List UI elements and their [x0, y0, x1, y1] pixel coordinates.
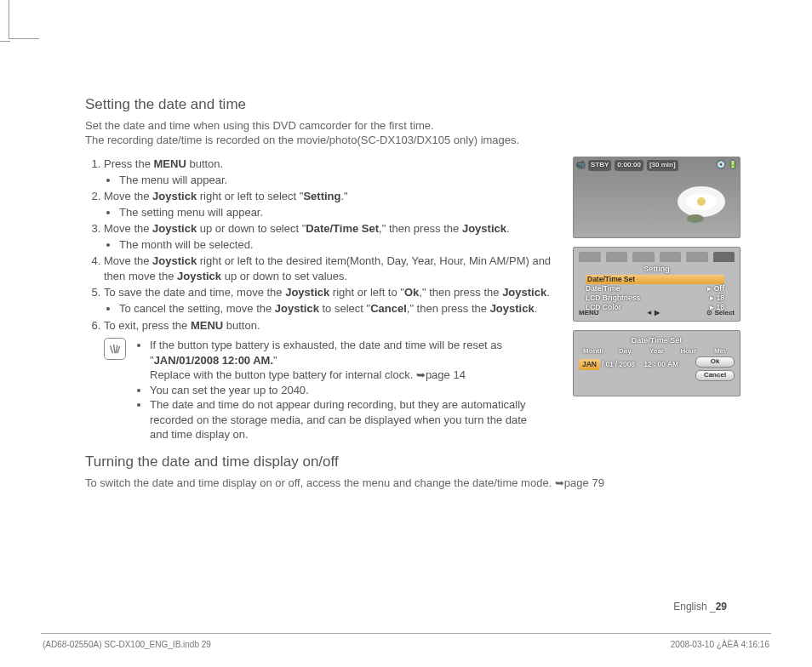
val-year: 2008 — [619, 360, 635, 369]
content-area: Setting the date and time Set the date a… — [85, 95, 741, 499]
crop-mark-left — [0, 41, 10, 42]
disc-icon: 💿 — [717, 161, 725, 170]
section-heading-date-time: Setting the date and time — [85, 95, 741, 115]
menu-item-datetime-set: Date/Time Set — [586, 275, 724, 284]
step-1-text: Press the MENU button. — [104, 157, 223, 170]
screenshots-column: 📹 STBY 0:00:00 [30 min] 💿 🔋 — [573, 157, 741, 405]
dts-title: Date/Time Set — [574, 335, 740, 345]
note-1: If the button type battery is exhausted,… — [150, 338, 546, 383]
tab-5 — [686, 252, 708, 262]
tab-2 — [606, 252, 628, 262]
intro-line2: The recording date/time is recorded on t… — [85, 134, 519, 146]
print-meta: (AD68-02550A) SC-DX100_ENG_IB.indb 29 20… — [43, 640, 769, 649]
footer-rule — [41, 633, 771, 634]
intro-line1: Set the date and time when using this DV… — [85, 119, 434, 132]
col-min: Min — [706, 347, 735, 356]
meta-file: (AD68-02550A) SC-DX100_ENG_IB.indb 29 — [43, 640, 211, 649]
hint-menu: MENU — [579, 309, 599, 318]
page-footer: English _29 — [673, 601, 727, 613]
menu-list: Date/Time Set Date/Time▸ Off LCD Brightn… — [586, 275, 724, 312]
intro-text: Set the date and time when using this DV… — [85, 118, 741, 148]
step-3-text: Move the Joystick up or down to select "… — [104, 222, 510, 235]
menu-title: Setting — [574, 264, 740, 274]
tab-3 — [632, 252, 655, 262]
instruction-list: Press the MENU button. The menu will app… — [85, 157, 562, 333]
screenshot-standby: 📹 STBY 0:00:00 [30 min] 💿 🔋 — [573, 157, 741, 238]
menu-bottom-hints: MENU ◄ ▶ ⊙ Select — [579, 309, 735, 318]
dts-column-headers: Month Day Year Hour Min — [579, 347, 735, 356]
osd-top-bar: 📹 STBY 0:00:00 [30 min] 💿 🔋 — [576, 160, 737, 171]
manual-page: Setting the date and time Set the date a… — [0, 0, 812, 667]
svg-point-2 — [697, 197, 706, 206]
col-hour: Hour — [674, 347, 703, 356]
step-5-sub: To cancel the setting, move the Joystick… — [119, 301, 562, 316]
step-2-text: Move the Joystick right or left to selec… — [104, 190, 348, 202]
step-2-sub: The setting menu will appear. — [119, 205, 562, 220]
footer-lang: English _ — [673, 601, 715, 613]
tab-4 — [660, 252, 682, 262]
menu-item-lcd-brightness: LCD Brightness▸ 18 — [586, 294, 724, 303]
val-hour: 12 — [643, 360, 651, 369]
step-1: Press the MENU button. The menu will app… — [104, 157, 562, 187]
flower-image — [663, 176, 731, 227]
step-1-sub: The menu will appear. — [119, 173, 562, 188]
note-list: If the button type battery is exhausted,… — [134, 338, 546, 442]
tab-setting — [713, 252, 735, 262]
step-2: Move the Joystick right or left to selec… — [104, 189, 562, 219]
note-2: You can set the year up to 2040. — [150, 383, 546, 398]
step-3: Move the Joystick up or down to select "… — [104, 221, 562, 252]
step-6: To exit, press the MENU button. — [104, 318, 562, 334]
battery-icon: 🔋 — [729, 161, 737, 170]
onoff-text: To switch the date and time display on o… — [85, 476, 681, 491]
dts-buttons: Ok Cancel — [695, 356, 735, 381]
menu-item-datetime: Date/Time▸ Off — [586, 284, 724, 294]
col-year: Year — [642, 347, 671, 356]
screenshot-datetime-set: Date/Time Set Month Day Year Hour Min JA… — [573, 330, 741, 396]
hint-nav: ◄ ▶ — [646, 309, 660, 318]
remaining-time: [30 min] — [647, 160, 678, 171]
val-day: 01 — [605, 360, 613, 369]
dts-values: JAN / 01 / 2008 12 : 00 AM — [579, 359, 695, 370]
crop-mark-top — [9, 0, 39, 39]
val-ampm: AM — [667, 360, 678, 369]
svg-point-3 — [687, 214, 704, 223]
camcorder-icon: 📹 — [576, 161, 585, 170]
val-min: 00 — [657, 360, 665, 369]
hint-select: ⊙ Select — [706, 309, 735, 318]
step-4: Move the Joystick right or left to the d… — [104, 254, 562, 283]
step-3-sub: The month will be selected. — [119, 237, 562, 253]
tab-1 — [579, 252, 601, 262]
step-6-text: To exit, press the MENU button. — [104, 319, 260, 332]
footer-page: 29 — [716, 601, 727, 613]
ok-button: Ok — [695, 356, 735, 368]
meta-date: 2008-03-10 ¿ÀÈÄ 4:16:16 — [671, 640, 769, 649]
cancel-button: Cancel — [695, 370, 735, 381]
stby-label: STBY — [588, 160, 611, 171]
note-3: The date and time do not appear during r… — [150, 397, 546, 442]
step-5: To save the date and time, move the Joys… — [104, 285, 562, 316]
elapsed-time: 0:00:00 — [615, 160, 643, 171]
col-day: Day — [610, 347, 639, 356]
note-box: If the button type battery is exhausted,… — [104, 338, 546, 442]
val-month: JAN — [579, 359, 600, 370]
menu-tabs — [579, 252, 735, 262]
step-5-text: To save the date and time, move the Joys… — [104, 286, 550, 299]
col-month: Month — [579, 347, 608, 356]
steps-column: Press the MENU button. The menu will app… — [85, 157, 562, 499]
section-heading-onoff: Turning the date and time display on/off — [85, 453, 562, 472]
step-4-text: Move the Joystick right or left to the d… — [104, 254, 551, 282]
screenshot-setting-menu: Setting Date/Time Set Date/Time▸ Off LCD… — [573, 247, 741, 322]
note-icon — [104, 338, 126, 360]
